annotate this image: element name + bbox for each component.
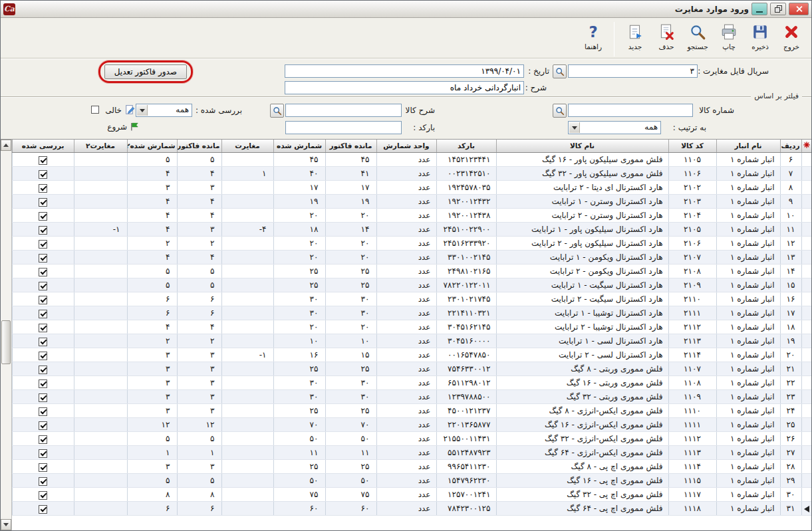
new-button[interactable]: جدید (620, 21, 650, 53)
header-unit[interactable]: واحد شمارش (376, 140, 436, 152)
cell-reviewed[interactable] (12, 166, 74, 180)
item-desc-search-button[interactable] (270, 104, 284, 118)
reviewed-checkbox[interactable] (39, 407, 47, 416)
header-counted2[interactable]: شمارش شده۲ (127, 140, 177, 152)
start-button[interactable]: شروع (107, 122, 140, 132)
reviewed-checkbox[interactable] (39, 212, 47, 221)
header-discrepancy[interactable]: مغایرت (221, 140, 273, 152)
cell-reviewed[interactable] (12, 431, 74, 445)
reviewed-checkbox[interactable] (39, 254, 47, 263)
header-item-code[interactable]: کد کالا (668, 140, 716, 152)
help-button[interactable]: ? راهنما (579, 21, 608, 53)
header-store-name[interactable]: نام انبار (716, 140, 780, 152)
exit-button[interactable]: خروج (777, 21, 806, 53)
reviewed-combo[interactable]: همه (136, 104, 192, 117)
table-row[interactable]: ۲۶ انبار شماره ۱ ۱۱۱۲ فلش مموری ایکس-انر… (12, 431, 811, 445)
cell-reviewed[interactable] (12, 362, 74, 375)
cell-reviewed[interactable] (12, 403, 74, 417)
scrollbar-thumb[interactable] (1, 320, 11, 364)
table-row[interactable]: ۱۴ انبار شماره ۱ ۲۱۰۸ هارد اکسترنال ویکو… (12, 264, 811, 278)
cell-reviewed[interactable] (12, 152, 74, 166)
cell-reviewed[interactable] (12, 194, 74, 208)
cell-reviewed[interactable] (12, 208, 74, 222)
header-row-number[interactable]: ردیف (780, 140, 801, 152)
table-row[interactable]: ۷ انبار شماره ۱ ۱۱۰۶ فلش مموری سیلیکون پ… (12, 166, 811, 180)
serial-input[interactable] (568, 64, 698, 78)
table-row[interactable]: ۲۷ انبار شماره ۱ ۱۱۱۳ فلش مموری ایکس-انر… (12, 445, 811, 459)
reviewed-checkbox[interactable] (39, 226, 47, 235)
grid-options-header[interactable] (801, 140, 811, 152)
table-row[interactable]: ۱۹ انبار شماره ۱ ۲۱۱۳ هارد اکسترنال لسی … (12, 334, 811, 348)
header-reviewed[interactable]: بررسی شده (12, 140, 74, 152)
reviewed-checkbox[interactable] (39, 156, 47, 165)
vertical-scrollbar[interactable] (1, 140, 12, 530)
header-barcode[interactable]: بارکد (436, 140, 496, 152)
cell-reviewed[interactable] (12, 501, 74, 515)
barcode-input[interactable] (285, 121, 402, 134)
table-row[interactable]: ۲۲ انبار شماره ۱ ۱۱۰۸ فلش مموری وربتی - … (12, 375, 811, 389)
table-row[interactable]: ۸ انبار شماره ۱ ۲۱۰۲ هارد اکسترنال ای دی… (12, 180, 811, 194)
cell-reviewed[interactable] (12, 222, 74, 236)
table-row[interactable]: ۲۹ انبار شماره ۱ ۱۱۱۵ فلش مموری اچ پی - … (12, 473, 811, 487)
close-button[interactable] (789, 3, 809, 15)
print-button[interactable]: چاپ (714, 21, 744, 53)
item-number-input[interactable] (568, 104, 693, 117)
cell-reviewed[interactable] (12, 250, 74, 264)
reviewed-checkbox[interactable] (39, 421, 47, 430)
reviewed-checkbox[interactable] (39, 310, 47, 318)
cell-reviewed[interactable] (12, 180, 74, 194)
reviewed-checkbox[interactable] (39, 338, 47, 346)
cell-reviewed[interactable] (12, 487, 74, 501)
cell-reviewed[interactable] (12, 389, 74, 403)
table-row[interactable]: ۲۰ انبار شماره ۱ ۲۱۱۴ هارد اکسترنال لسی … (12, 348, 811, 362)
reviewed-checkbox[interactable] (39, 324, 47, 332)
item-desc-input[interactable] (285, 104, 402, 117)
table-row[interactable]: ۶ انبار شماره ۱ ۱۱۰۵ فلش مموری سیلیکون پ… (12, 152, 811, 166)
search-button[interactable]: جستجو (683, 21, 712, 53)
reviewed-checkbox[interactable] (39, 366, 47, 374)
table-row[interactable]: ۲۸ انبار شماره ۱ ۱۱۱۴ فلش مموری اچ پی - … (12, 459, 811, 473)
table-row[interactable]: ۹ انبار شماره ۱ ۲۱۰۳ هارد اکسترنال وسترن… (12, 194, 811, 208)
table-row[interactable]: ۱۷ انبار شماره ۱ ۲۱۱۱ هارد اکسترنال توشی… (12, 306, 811, 320)
combo-arrow-button[interactable] (137, 105, 148, 116)
reviewed-checkbox[interactable] (39, 379, 47, 388)
table-row[interactable]: ۳۱ انبار شماره ۱ ۱۱۱۸ فلش مموری اچ پی - … (12, 501, 811, 515)
table-row[interactable]: ۱۳ انبار شماره ۱ ۲۱۰۷ هارد اکسترنال ویکو… (12, 250, 811, 264)
delete-button[interactable]: حذف (652, 21, 681, 53)
order-combo[interactable]: همه (568, 121, 661, 134)
table-row[interactable]: ۲۱ انبار شماره ۱ ۱۱۰۷ فلش مموری وربتی - … (12, 362, 811, 375)
cell-reviewed[interactable] (12, 459, 74, 473)
header-discrepancy2[interactable]: مغایرت۲ (74, 140, 127, 152)
reviewed-checkbox[interactable] (39, 170, 47, 179)
restore-button[interactable] (770, 3, 786, 15)
cell-reviewed[interactable] (12, 375, 74, 389)
cell-reviewed[interactable] (12, 334, 74, 348)
reviewed-checkbox[interactable] (39, 477, 47, 486)
cell-reviewed[interactable] (12, 264, 74, 278)
reviewed-checkbox[interactable] (39, 352, 47, 360)
reviewed-checkbox[interactable] (39, 435, 47, 444)
minimize-button[interactable] (751, 3, 767, 15)
table-row[interactable]: ۱۶ انبار شماره ۱ ۲۱۱۰ هارد اکسترنال سیگی… (12, 292, 811, 306)
reviewed-checkbox[interactable] (39, 463, 47, 472)
table-row[interactable]: ۲۵ انبار شماره ۱ ۱۱۱۱ فلش مموری ایکس-انر… (12, 417, 811, 431)
scroll-up-button[interactable] (1, 140, 11, 151)
cell-reviewed[interactable] (12, 417, 74, 431)
save-button[interactable]: ذخیره (745, 21, 775, 53)
serial-search-button[interactable] (553, 64, 567, 78)
table-row[interactable]: ۱۵ انبار شماره ۱ ۲۱۰۹ هارد اکسترنال سیگی… (12, 278, 811, 292)
table-row[interactable]: ۱۱ انبار شماره ۱ ۲۱۰۵ هارد اکسترنال سیلی… (12, 222, 811, 236)
cell-reviewed[interactable] (12, 306, 74, 320)
header-invoice-balance[interactable]: مانده فاکتور (325, 140, 376, 152)
reviewed-checkbox[interactable] (39, 491, 47, 500)
issue-invoice-button[interactable]: صدور فاکتور تعدیل (104, 64, 187, 79)
table-row[interactable]: ۲۳ انبار شماره ۱ ۱۱۰۹ فلش مموری وربتی - … (12, 389, 811, 403)
table-row[interactable]: ۱۸ انبار شماره ۱ ۲۱۱۲ هارد اکسترنال توشی… (12, 320, 811, 334)
reviewed-checkbox[interactable] (39, 268, 47, 276)
reviewed-checkbox[interactable] (39, 393, 47, 402)
reviewed-checkbox[interactable] (39, 282, 47, 290)
cell-reviewed[interactable] (12, 348, 74, 362)
cell-reviewed[interactable] (12, 445, 74, 459)
date-input[interactable] (285, 64, 524, 78)
combo-arrow-button[interactable] (569, 122, 580, 133)
